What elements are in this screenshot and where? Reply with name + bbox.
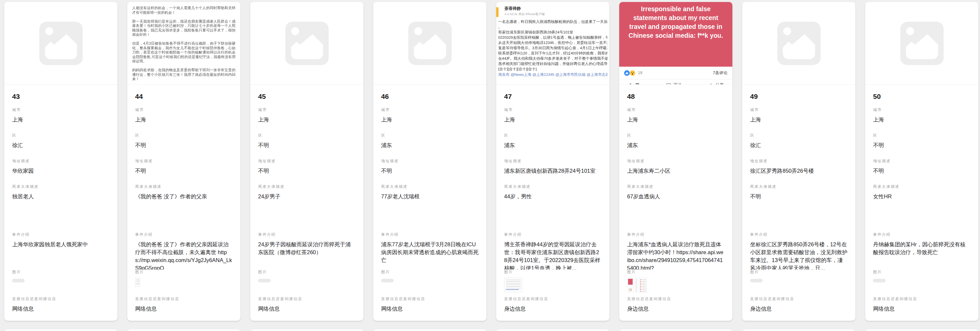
card-number: 50	[873, 93, 970, 101]
image-thumbnail[interactable]	[873, 279, 886, 282]
field-value-district: 浦东	[381, 141, 479, 149]
field-label-district: 区	[627, 133, 724, 138]
next-row-card-top[interactable]	[619, 329, 732, 331]
field-label-city: 城市	[258, 107, 356, 112]
field-value-victim: 女性HR	[873, 192, 970, 200]
field-value-address: 浦东新区唐镇创新西路28弄24号101室	[504, 167, 601, 175]
field-label-event: 事件介绍	[381, 232, 479, 237]
field-label-district: 区	[504, 133, 601, 138]
card-media	[742, 2, 855, 85]
field-value-direct: 网络信息	[381, 305, 479, 313]
image-thumbnail[interactable]	[639, 278, 647, 293]
field-label-image: 图片	[873, 270, 970, 275]
image-thumbnail[interactable]	[12, 279, 25, 282]
case-card-46[interactable]: 46 城市上海 区浦东 地址描述不明 死者大体描述77岁老人沈瑞根 事件介绍浦东…	[373, 2, 487, 321]
case-card-47[interactable]: 茶香禅静 4-2 02:31 来自 iPhone客户端 一名志愿者，昨日我投入路…	[496, 2, 609, 321]
field-label-event: 事件介绍	[627, 232, 724, 237]
weibo-avatar	[496, 7, 498, 17]
field-value-victim: 《我的爸爸 没了》作者的父亲	[135, 192, 232, 200]
weibo-username: 茶香禅静	[504, 6, 608, 11]
field-label-direct: 直接信息还是间接信息	[258, 296, 356, 301]
field-value-victim: 67岁血透病人	[627, 192, 724, 200]
next-row-card-top[interactable]	[4, 329, 118, 331]
image-placeholder-icon	[285, 22, 329, 65]
field-label-address: 地址描述	[258, 158, 356, 163]
field-value-city: 上海	[627, 115, 724, 123]
field-value-event: 丹纳赫集团的某Hr，因心脏猝死没有核酸报告耽误治疗，导致死亡	[873, 240, 970, 256]
field-value-event: 浦东77岁老人沈瑞根于3月28日晚在ICU病房因长期未肾透析造成的心肌衰竭而死亡	[381, 240, 479, 264]
image-thumbnail[interactable]	[135, 278, 140, 287]
field-label-victim: 死者大体描述	[750, 184, 848, 189]
field-label-district: 区	[12, 133, 110, 138]
weibo-screenshot: 茶香禅静 4-2 02:31 来自 iPhone客户端 一名志愿者，昨日我投入路…	[496, 2, 609, 85]
case-card-44[interactable]: 人都没有这样的机会，一个病人需要几十个人的同时帮助和关怀才有可能获得一丝的机会！…	[127, 2, 240, 321]
image-thumbnail[interactable]	[381, 279, 394, 282]
field-label-victim: 死者大体描述	[258, 184, 356, 189]
field-label-district: 区	[135, 133, 232, 138]
field-label-event: 事件介绍	[12, 232, 110, 237]
image-thumbnail[interactable]	[750, 279, 762, 282]
image-placeholder-icon	[39, 22, 83, 65]
field-label-city: 城市	[12, 107, 110, 112]
field-label-district: 区	[750, 133, 848, 138]
image-thumbnail[interactable]	[635, 278, 637, 293]
field-label-address: 地址描述	[381, 158, 479, 163]
next-row-card-top[interactable]	[865, 329, 978, 331]
field-label-image: 图片	[258, 270, 356, 275]
field-value-address: 不明	[873, 167, 970, 175]
next-row-card-top[interactable]	[250, 329, 363, 331]
article-screenshot-text: 人都没有这样的机会，一个病人需要几十个人的同时帮助和关怀才有可能获得一丝的机会！…	[127, 2, 240, 85]
image-thumbnail[interactable]	[258, 279, 270, 282]
field-value-direct: 网络信息	[12, 305, 110, 313]
field-value-event: 上海浦东*血透病人延误治疗致死且遗体滞留家中约30小时！https://shar…	[627, 240, 724, 270]
field-value-district: 不明	[258, 141, 356, 149]
case-card-43[interactable]: 43 城市上海 区徐汇 地址描述华欣家园 死者大体描述独居老人 事件介绍上海华欣…	[4, 2, 118, 321]
field-label-event: 事件介绍	[873, 232, 970, 237]
field-value-district: 浦东	[627, 141, 724, 149]
weibo-mentions-links[interactable]: 海发布 @News上海 @上海12345 @上海市市民信箱 @上海市志愿者协会	[498, 72, 608, 77]
image-thumbnail[interactable]	[504, 278, 522, 292]
field-label-event: 事件介绍	[750, 232, 848, 237]
field-label-victim: 死者大体描述	[135, 184, 232, 189]
field-label-victim: 死者大体描述	[12, 184, 110, 189]
card-number: 48	[627, 93, 724, 101]
comment-count: 7条评论	[713, 70, 727, 76]
image-placeholder-icon	[900, 22, 943, 65]
field-label-victim: 死者大体描述	[381, 184, 479, 189]
next-row-card-top[interactable]	[373, 329, 487, 331]
next-row-card-top[interactable]	[127, 329, 240, 331]
case-card-48[interactable]: Irresponsible and false statements about…	[619, 2, 732, 321]
next-row-card-top[interactable]	[496, 329, 609, 331]
field-value-district: 浦东	[504, 141, 601, 149]
field-value-victim: 44岁，男性	[504, 192, 601, 200]
field-label-address: 地址描述	[135, 158, 232, 163]
like-button[interactable]: 赞	[628, 82, 640, 85]
next-card-row	[0, 321, 980, 331]
case-card-49[interactable]: 49 城市上海 区徐汇 地址描述徐汇区罗秀路850弄26号楼 死者大体描述不明 …	[742, 2, 855, 321]
weibo-timestamp: 4-2 02:31 来自 iPhone客户端	[504, 12, 608, 16]
image-placeholder-icon	[777, 22, 821, 65]
weibo-post-text: 一名志愿者，昨日我投入路浦西核酸检测的队伍，但是累了一天后晚上接 。 哥家住浦东…	[498, 19, 608, 72]
field-label-image: 图片	[381, 270, 479, 275]
wow-reaction-icon	[630, 70, 635, 76]
field-label-direct: 直接信息还是间接信息	[873, 296, 970, 301]
next-row-card-top[interactable]	[742, 329, 855, 331]
case-card-45[interactable]: 45 城市上海 区不明 地址描述不明 死者大体描述24岁男子 事件介绍24岁男子…	[250, 2, 363, 321]
field-label-event: 事件介绍	[504, 232, 601, 237]
field-label-victim: 死者大体描述	[627, 184, 724, 189]
share-button[interactable]: 分享	[708, 82, 724, 85]
comment-icon	[666, 82, 671, 85]
field-value-district: 徐汇	[12, 141, 110, 149]
card-number: 49	[750, 93, 848, 101]
red-post-text: Irresponsible and false statements about…	[627, 5, 724, 40]
field-label-victim: 死者大体描述	[504, 184, 601, 189]
field-value-direct: 身边信息	[504, 305, 601, 313]
field-value-event: 博主茶香禅静44岁的堂哥因延误治疗去世：我哥哥家住浦东新区唐镇创新西路28弄24…	[504, 240, 601, 270]
case-card-50[interactable]: 50 城市上海 区不明 地址描述不明 死者大体描述女性HR 事件介绍丹纳赫集团的…	[865, 2, 978, 321]
field-value-city: 上海	[381, 115, 479, 123]
field-label-direct: 直接信息还是间接信息	[135, 296, 232, 301]
field-value-city: 上海	[258, 115, 356, 123]
field-label-image: 图片	[627, 270, 724, 275]
image-thumbnail[interactable]	[627, 278, 634, 293]
comment-button[interactable]: 评论	[666, 82, 682, 85]
